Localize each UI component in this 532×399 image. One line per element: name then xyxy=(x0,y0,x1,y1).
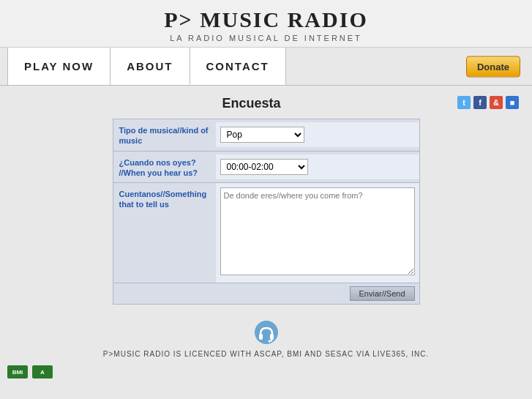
time-label: ¿Cuando nos oyes? //When you hear us? xyxy=(113,152,216,183)
navigation: PLAY NOW ABOUT CONTACT Donate xyxy=(0,48,532,86)
nav-contact[interactable]: CONTACT xyxy=(190,48,286,85)
message-label: Cuentanos//Something that to tell us xyxy=(113,183,216,215)
delicious-icon[interactable]: ■ xyxy=(506,96,519,109)
bmi-badge: BMI xyxy=(7,365,28,379)
nav-about[interactable]: ABOUT xyxy=(110,48,190,85)
music-type-select[interactable]: Pop Rock Jazz Classical Electronic Regga… xyxy=(220,127,304,143)
form-row-message: Cuentanos//Something that to tell us xyxy=(113,183,419,283)
facebook-icon[interactable]: f xyxy=(473,96,487,109)
main-content: t f & ■ Encuesta Tipo de musica//kind of… xyxy=(0,86,532,312)
donate-button[interactable]: Donate xyxy=(466,56,520,77)
time-field: 00:00-02:00 02:00-04:00 04:00-06:00 06:0… xyxy=(216,154,419,179)
time-select[interactable]: 00:00-02:00 02:00-04:00 04:00-06:00 06:0… xyxy=(220,159,308,175)
music-type-field: Pop Rock Jazz Classical Electronic Regga… xyxy=(216,122,419,147)
send-button[interactable]: Enviar//Send xyxy=(350,286,415,301)
svg-rect-1 xyxy=(259,334,263,340)
svg-point-0 xyxy=(255,321,278,344)
footer-badges: BMI A xyxy=(0,362,532,381)
survey-title: Encuesta xyxy=(0,96,517,111)
send-row: Enviar//Send xyxy=(113,283,420,305)
form-row-music-type: Tipo de musica//kind of music Pop Rock J… xyxy=(113,119,419,152)
headphone-icon xyxy=(253,319,280,346)
form-row-time: ¿Cuando nos oyes? //When you hear us? 00… xyxy=(113,152,419,184)
message-field xyxy=(216,183,419,283)
nav-play-now[interactable]: PLAY NOW xyxy=(7,48,110,85)
social-icons-container: t f & ■ xyxy=(457,96,519,109)
donate-button-container: Donate xyxy=(466,56,520,77)
google-icon[interactable]: & xyxy=(490,96,503,109)
twitter-icon[interactable]: t xyxy=(457,96,471,109)
footer-license: P>MUSIC RADIO IS LICENCED WITH ASCAP, BM… xyxy=(0,350,532,358)
survey-form: Tipo de musica//kind of music Pop Rock J… xyxy=(113,119,420,283)
svg-point-3 xyxy=(268,340,270,343)
ascap-badge: A xyxy=(32,365,53,379)
header: P> MUSIC RADIO LA RADIO MUSICAL DE INTER… xyxy=(0,0,532,48)
headphone-area xyxy=(0,319,532,346)
site-title: P> MUSIC RADIO xyxy=(0,7,532,32)
music-type-label: Tipo de musica//kind of music xyxy=(113,119,216,151)
message-textarea[interactable] xyxy=(220,187,415,275)
site-subtitle: LA RADIO MUSICAL DE INTERNET xyxy=(0,34,532,42)
